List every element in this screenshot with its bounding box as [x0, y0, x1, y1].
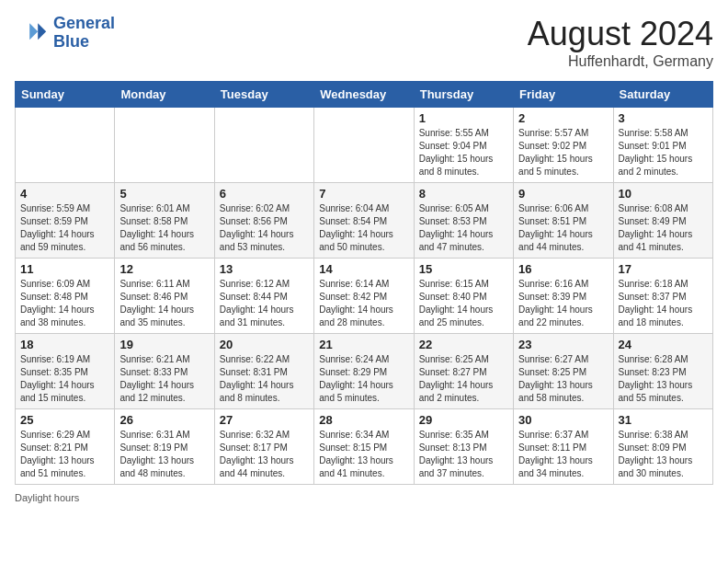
- calendar-cell: 18Sunrise: 6:19 AM Sunset: 8:35 PM Dayli…: [16, 334, 115, 409]
- day-number: 11: [20, 262, 109, 276]
- weekday-header-monday: Monday: [115, 82, 214, 108]
- day-number: 1: [419, 111, 508, 125]
- day-info: Sunrise: 6:04 AM Sunset: 8:54 PM Dayligh…: [319, 202, 408, 254]
- calendar-cell: 26Sunrise: 6:31 AM Sunset: 8:19 PM Dayli…: [115, 409, 214, 485]
- svg-marker-1: [29, 23, 38, 40]
- day-number: 29: [419, 413, 508, 427]
- calendar-cell: 10Sunrise: 6:08 AM Sunset: 8:49 PM Dayli…: [613, 183, 712, 259]
- weekday-header-saturday: Saturday: [613, 82, 712, 108]
- month-year: August 2024: [528, 15, 713, 53]
- day-number: 17: [619, 262, 708, 276]
- day-info: Sunrise: 6:28 AM Sunset: 8:23 PM Dayligh…: [619, 353, 708, 405]
- calendar-cell: 20Sunrise: 6:22 AM Sunset: 8:31 PM Dayli…: [214, 334, 313, 409]
- day-number: 2: [518, 111, 608, 125]
- day-info: Sunrise: 6:35 AM Sunset: 8:13 PM Dayligh…: [419, 429, 508, 480]
- day-info: Sunrise: 6:06 AM Sunset: 8:51 PM Dayligh…: [518, 202, 608, 254]
- daylight-legend: Daylight hours: [15, 492, 79, 503]
- day-info: Sunrise: 6:34 AM Sunset: 8:15 PM Dayligh…: [319, 429, 408, 480]
- svg-marker-0: [38, 23, 46, 40]
- day-number: 30: [518, 413, 608, 427]
- calendar-cell: 11Sunrise: 6:09 AM Sunset: 8:48 PM Dayli…: [16, 259, 115, 334]
- calendar-cell: 7Sunrise: 6:04 AM Sunset: 8:54 PM Daylig…: [314, 183, 414, 259]
- day-number: 25: [20, 413, 109, 427]
- day-number: 5: [119, 187, 209, 201]
- day-number: 14: [319, 262, 408, 276]
- calendar-cell: [115, 108, 214, 183]
- calendar-cell: 21Sunrise: 6:24 AM Sunset: 8:29 PM Dayli…: [314, 334, 414, 409]
- day-info: Sunrise: 6:22 AM Sunset: 8:31 PM Dayligh…: [220, 353, 309, 405]
- day-number: 3: [619, 111, 708, 125]
- day-number: 26: [119, 413, 209, 427]
- day-info: Sunrise: 6:05 AM Sunset: 8:53 PM Dayligh…: [419, 202, 508, 254]
- logo-line1: General: [53, 15, 115, 33]
- day-info: Sunrise: 6:37 AM Sunset: 8:11 PM Dayligh…: [518, 429, 608, 480]
- day-number: 23: [518, 338, 608, 351]
- calendar-cell: 12Sunrise: 6:11 AM Sunset: 8:46 PM Dayli…: [115, 259, 214, 334]
- day-info: Sunrise: 5:57 AM Sunset: 9:02 PM Dayligh…: [518, 127, 608, 178]
- day-info: Sunrise: 6:38 AM Sunset: 8:09 PM Dayligh…: [619, 429, 708, 480]
- calendar-cell: 27Sunrise: 6:32 AM Sunset: 8:17 PM Dayli…: [214, 409, 313, 485]
- day-number: 10: [619, 187, 708, 201]
- calendar-cell: 1Sunrise: 5:55 AM Sunset: 9:04 PM Daylig…: [414, 108, 513, 183]
- day-info: Sunrise: 6:27 AM Sunset: 8:25 PM Dayligh…: [518, 353, 608, 405]
- day-info: Sunrise: 6:08 AM Sunset: 8:49 PM Dayligh…: [619, 202, 708, 254]
- day-info: Sunrise: 6:32 AM Sunset: 8:17 PM Dayligh…: [220, 429, 309, 480]
- day-number: 13: [220, 262, 309, 276]
- calendar-cell: 28Sunrise: 6:34 AM Sunset: 8:15 PM Dayli…: [314, 409, 414, 485]
- calendar-cell: 13Sunrise: 6:12 AM Sunset: 8:44 PM Dayli…: [214, 259, 313, 334]
- day-info: Sunrise: 6:15 AM Sunset: 8:40 PM Dayligh…: [419, 278, 508, 329]
- calendar-cell: 16Sunrise: 6:16 AM Sunset: 8:39 PM Dayli…: [514, 259, 613, 334]
- calendar-cell: 5Sunrise: 6:01 AM Sunset: 8:58 PM Daylig…: [115, 183, 214, 259]
- calendar-cell: 23Sunrise: 6:27 AM Sunset: 8:25 PM Dayli…: [514, 334, 613, 409]
- calendar-cell: 6Sunrise: 6:02 AM Sunset: 8:56 PM Daylig…: [214, 183, 313, 259]
- day-number: 4: [20, 187, 109, 201]
- day-number: 9: [518, 187, 608, 201]
- day-number: 6: [220, 187, 309, 201]
- day-number: 31: [619, 413, 708, 427]
- day-info: Sunrise: 6:18 AM Sunset: 8:37 PM Dayligh…: [619, 278, 708, 329]
- calendar-cell: 17Sunrise: 6:18 AM Sunset: 8:37 PM Dayli…: [613, 259, 712, 334]
- day-number: 28: [319, 413, 408, 427]
- logo-text: General Blue: [53, 15, 115, 52]
- location: Huffenhardt, Germany: [528, 53, 713, 70]
- day-info: Sunrise: 6:02 AM Sunset: 8:56 PM Dayligh…: [220, 202, 309, 254]
- weekday-header-thursday: Thursday: [414, 82, 513, 108]
- day-info: Sunrise: 6:19 AM Sunset: 8:35 PM Dayligh…: [20, 353, 109, 405]
- weekday-header-friday: Friday: [514, 82, 613, 108]
- day-info: Sunrise: 6:09 AM Sunset: 8:48 PM Dayligh…: [20, 278, 109, 329]
- day-info: Sunrise: 6:24 AM Sunset: 8:29 PM Dayligh…: [319, 353, 408, 405]
- day-number: 15: [419, 262, 508, 276]
- weekday-header-wednesday: Wednesday: [314, 82, 414, 108]
- calendar-cell: 29Sunrise: 6:35 AM Sunset: 8:13 PM Dayli…: [414, 409, 513, 485]
- day-info: Sunrise: 5:55 AM Sunset: 9:04 PM Dayligh…: [419, 127, 508, 178]
- day-info: Sunrise: 5:59 AM Sunset: 8:59 PM Dayligh…: [20, 202, 109, 254]
- calendar-cell: 15Sunrise: 6:15 AM Sunset: 8:40 PM Dayli…: [414, 259, 513, 334]
- daylight-label: Daylight hours: [15, 492, 79, 503]
- day-number: 16: [518, 262, 608, 276]
- calendar-cell: 8Sunrise: 6:05 AM Sunset: 8:53 PM Daylig…: [414, 183, 513, 259]
- calendar-cell: 14Sunrise: 6:14 AM Sunset: 8:42 PM Dayli…: [314, 259, 414, 334]
- calendar-cell: 25Sunrise: 6:29 AM Sunset: 8:21 PM Dayli…: [16, 409, 115, 485]
- calendar-cell: 31Sunrise: 6:38 AM Sunset: 8:09 PM Dayli…: [613, 409, 712, 485]
- calendar-cell: 3Sunrise: 5:58 AM Sunset: 9:01 PM Daylig…: [613, 108, 712, 183]
- calendar-cell: 19Sunrise: 6:21 AM Sunset: 8:33 PM Dayli…: [115, 334, 214, 409]
- day-info: Sunrise: 6:11 AM Sunset: 8:46 PM Dayligh…: [119, 278, 209, 329]
- day-info: Sunrise: 5:58 AM Sunset: 9:01 PM Dayligh…: [619, 127, 708, 178]
- logo-icon: [15, 17, 48, 50]
- day-number: 8: [419, 187, 508, 201]
- calendar-cell: 2Sunrise: 5:57 AM Sunset: 9:02 PM Daylig…: [514, 108, 613, 183]
- day-number: 18: [20, 338, 109, 351]
- day-info: Sunrise: 6:29 AM Sunset: 8:21 PM Dayligh…: [20, 429, 109, 480]
- day-number: 7: [319, 187, 408, 201]
- calendar-cell: 9Sunrise: 6:06 AM Sunset: 8:51 PM Daylig…: [514, 183, 613, 259]
- logo-line2: Blue: [53, 33, 115, 52]
- day-number: 24: [619, 338, 708, 351]
- day-info: Sunrise: 6:21 AM Sunset: 8:33 PM Dayligh…: [119, 353, 209, 405]
- page-header: General Blue August 2024 Huffenhardt, Ge…: [15, 15, 713, 70]
- day-number: 21: [319, 338, 408, 351]
- day-number: 27: [220, 413, 309, 427]
- calendar-table: SundayMondayTuesdayWednesdayThursdayFrid…: [15, 81, 713, 485]
- day-info: Sunrise: 6:14 AM Sunset: 8:42 PM Dayligh…: [319, 278, 408, 329]
- day-info: Sunrise: 6:16 AM Sunset: 8:39 PM Dayligh…: [518, 278, 608, 329]
- day-info: Sunrise: 6:01 AM Sunset: 8:58 PM Dayligh…: [119, 202, 209, 254]
